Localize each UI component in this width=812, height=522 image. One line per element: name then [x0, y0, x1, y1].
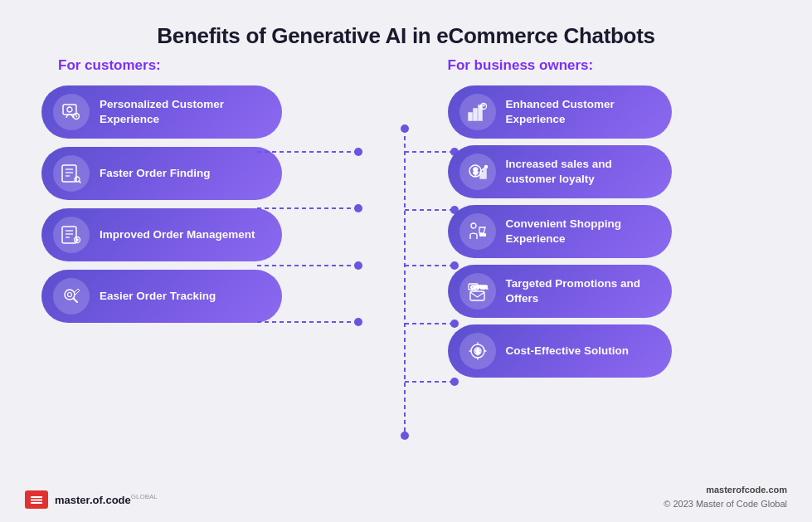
logo-icon: [25, 490, 48, 509]
pill-faster-order: Faster Order Finding: [41, 147, 282, 200]
pill-text-easier-tracking: Easier Order Tracking: [100, 289, 216, 304]
icon-person-cart: [459, 213, 496, 250]
svg-rect-60: [31, 502, 42, 504]
pill-increased-sales: $ Increased sales and customer loyalty: [448, 145, 672, 198]
pill-text-convenient: Convenient Shopping Experience: [506, 217, 657, 246]
svg-rect-40: [474, 109, 477, 120]
pill-convenient: Convenient Shopping Experience: [448, 205, 672, 258]
svg-text:$: $: [473, 167, 478, 176]
page-container: Benefits of Generative AI in eCommerce C…: [0, 0, 812, 522]
pill-targeted: OFFER Targeted Promotions and Offers: [448, 265, 672, 318]
svg-rect-53: [470, 291, 484, 300]
pill-text-cost-effective: Cost-Effective Solution: [506, 344, 630, 359]
svg-rect-58: [31, 496, 42, 498]
icon-offer-envelope: OFFER: [459, 273, 496, 310]
pill-text-faster-order: Faster Order Finding: [100, 166, 211, 181]
svg-line-8: [79, 181, 80, 183]
right-column: For business owners: Enhanced Customer E…: [406, 57, 780, 378]
svg-text:OFFER: OFFER: [470, 285, 488, 290]
svg-point-47: [484, 166, 487, 168]
site-url: masterofcode.com: [664, 483, 787, 497]
svg-point-14: [76, 239, 78, 241]
svg-rect-59: [31, 500, 42, 501]
svg-point-38: [401, 432, 409, 440]
icon-gear-list: [53, 217, 90, 253]
pill-easier-tracking: Easier Order Tracking: [41, 270, 282, 323]
pill-text-enhanced: Enhanced Customer Experience: [506, 97, 657, 127]
icon-magnify-tag: [53, 278, 90, 315]
pill-text-increased-sales: Increased sales and customer loyalty: [506, 157, 657, 187]
right-items: Enhanced Customer Experience $: [406, 85, 780, 378]
svg-rect-39: [469, 113, 472, 120]
svg-text:$: $: [475, 348, 479, 356]
pill-text-personalized: Personalized Customer Experience: [100, 97, 267, 127]
pill-cost-effective: $ Cost-Effective Solution: [448, 324, 672, 378]
svg-rect-45: [480, 173, 483, 178]
icon-chart-up: [459, 94, 496, 130]
svg-point-48: [471, 223, 476, 228]
logo-superscript: GLOBAL: [131, 493, 158, 500]
svg-line-16: [74, 299, 78, 303]
right-column-title: For business owners:: [448, 57, 594, 74]
svg-point-1: [67, 107, 72, 112]
icon-dollar-chart: $: [459, 154, 496, 190]
svg-rect-0: [63, 105, 76, 115]
logo-area: master.of.codeGLOBAL: [25, 490, 158, 509]
left-column-title: For customers:: [58, 57, 161, 74]
pill-text-improved-order: Improved Order Management: [100, 227, 255, 242]
icon-search-list: [53, 155, 90, 192]
svg-rect-46: [484, 169, 486, 178]
svg-point-49: [479, 234, 482, 237]
pill-improved-order: Improved Order Management: [41, 208, 282, 261]
pill-enhanced: Enhanced Customer Experience: [448, 85, 672, 139]
pill-personalized: Personalized Customer Experience: [41, 85, 282, 139]
left-column: For customers: Personalized Customer Exp…: [33, 57, 406, 323]
copyright-text: © 2023 Master of Code Global: [664, 497, 787, 511]
svg-point-36: [450, 378, 459, 386]
left-items: Personalized Customer Experience: [33, 85, 406, 323]
svg-point-50: [483, 234, 485, 237]
logo-text: master.of.codeGLOBAL: [55, 492, 158, 507]
icon-gear-dollar: $: [459, 333, 496, 369]
svg-point-17: [68, 293, 72, 297]
logo-brand-text: master.of.code: [55, 494, 131, 506]
copyright-area: masterofcode.com © 2023 Master of Code G…: [664, 483, 787, 510]
page-title: Benefits of Generative AI in eCommerce C…: [157, 23, 654, 49]
icon-user-screen: [53, 94, 90, 130]
pill-text-targeted: Targeted Promotions and Offers: [506, 276, 657, 306]
columns-wrapper: For customers: Personalized Customer Exp…: [0, 57, 812, 522]
